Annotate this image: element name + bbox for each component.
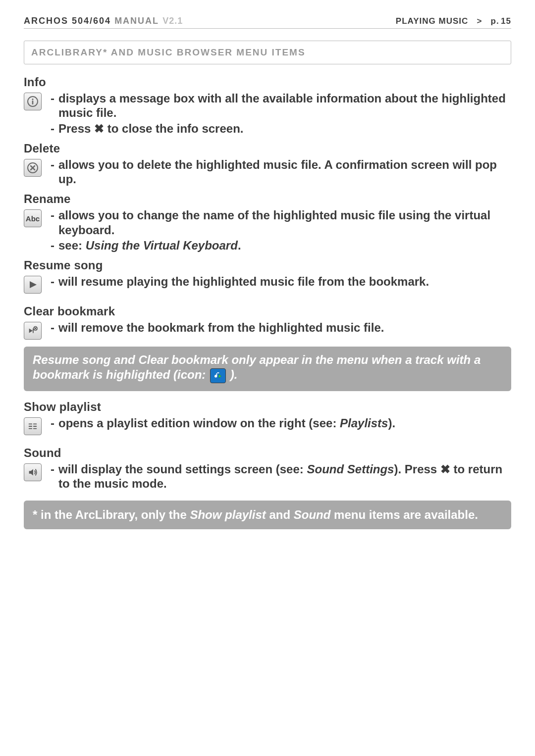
menu-item-resume-song: Resume song will resume playing the high…: [24, 258, 511, 294]
menu-item-show-playlist: Show playlist opens a playlist edition w…: [24, 400, 511, 435]
svg-marker-5: [29, 329, 33, 333]
bullet: will remove the bookmark from the highli…: [48, 320, 511, 335]
header-left: ARCHOS 504/604 MANUAL V2.1: [24, 16, 183, 26]
menu-item-label: Sound: [24, 446, 511, 460]
menu-item-clear-bookmark: Clear bookmark will remove the bookmark …: [24, 304, 511, 340]
note-arclibrary: * in the ArcLibrary, only the Show playl…: [24, 501, 511, 529]
bullet: see: Using the Virtual Keyboard.: [48, 238, 511, 252]
bullet: displays a message box with all the avai…: [48, 91, 511, 120]
menu-item-label: Resume song: [24, 258, 511, 272]
info-icon: [24, 93, 42, 110]
page-number: p. 15: [491, 16, 511, 26]
menu-item-label: Clear bookmark: [24, 304, 511, 318]
bullet: allows you to change the name of the hig…: [48, 208, 511, 237]
header-right: PLAYING MUSIC > p. 15: [396, 16, 511, 26]
note-bookmark-items: Resume song and Clear bookmark only appe…: [24, 347, 511, 391]
menu-item-label: Rename: [24, 192, 511, 206]
delete-icon: [24, 159, 42, 177]
rename-icon: [24, 209, 42, 227]
section-title: ARCLIBRARY* AND MUSIC BROWSER MENU ITEMS: [24, 41, 511, 64]
menu-item-delete: Delete allows you to delete the highligh…: [24, 142, 511, 188]
version: V2.1: [162, 16, 183, 26]
clear-bookmark-icon: [24, 322, 42, 340]
bullet: will resume playing the highlighted musi…: [48, 274, 511, 289]
x-icon: ✖: [440, 462, 450, 476]
page-header: ARCHOS 504/604 MANUAL V2.1 PLAYING MUSIC…: [24, 16, 511, 29]
play-icon: [24, 276, 42, 294]
brand: ARCHOS: [24, 16, 68, 26]
menu-item-label: Delete: [24, 142, 511, 155]
bullet: opens a playlist edition window on the r…: [48, 416, 511, 430]
bullet: will display the sound settings screen (…: [48, 462, 511, 491]
bullet: allows you to delete the highlighted mus…: [48, 157, 511, 187]
manual-label: MANUAL: [114, 16, 159, 26]
content: Info displays a message box with all the…: [24, 75, 511, 529]
svg-marker-4: [30, 281, 37, 288]
section-name: PLAYING MUSIC: [396, 16, 469, 26]
svg-rect-2: [32, 101, 34, 104]
chevron-right-icon: >: [477, 16, 482, 26]
x-icon: ✖: [94, 122, 104, 135]
menu-item-info: Info displays a message box with all the…: [24, 75, 511, 137]
svg-point-1: [32, 99, 33, 100]
bullet: Press ✖ to close the info screen.: [48, 121, 511, 136]
bookmarked-track-icon: [210, 368, 226, 383]
menu-item-label: Show playlist: [24, 400, 511, 414]
menu-item-sound: Sound will display the sound settings sc…: [24, 446, 511, 492]
playlist-icon: [24, 417, 42, 435]
model: 504/604: [72, 16, 111, 26]
menu-item-rename: Rename allows you to change the name of …: [24, 192, 511, 253]
sound-icon: [24, 463, 42, 481]
menu-item-label: Info: [24, 75, 511, 89]
